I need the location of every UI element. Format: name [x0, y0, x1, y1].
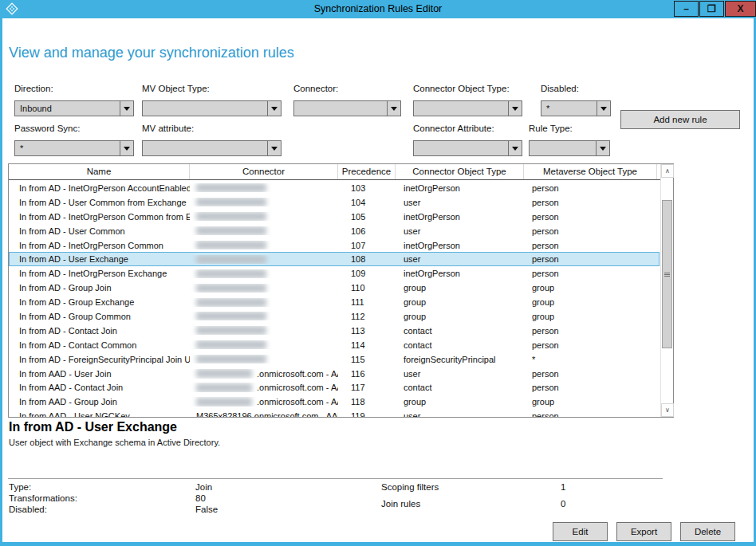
- connector-dropdown-value: [294, 101, 387, 116]
- table-row[interactable]: In from AD - Contact Common114contactper…: [9, 338, 660, 352]
- password-sync-dropdown[interactable]: *: [14, 140, 134, 156]
- connector-visible-text: M365x828196.onmicrosoft.com - AAD: [196, 411, 338, 417]
- rule-name: In from AD - User Exchange: [9, 254, 190, 264]
- connector-attribute-dropdown[interactable]: [413, 140, 522, 156]
- filter-connector: Connector:: [293, 84, 401, 116]
- table-row[interactable]: In from AD - Group Exchange111groupgroup: [9, 295, 660, 309]
- column-header-connector[interactable]: Connector: [190, 164, 338, 179]
- chevron-down-icon[interactable]: [596, 141, 609, 155]
- minimize-icon: –: [683, 3, 689, 14]
- connector-object-type-dropdown[interactable]: [413, 100, 522, 116]
- table-row[interactable]: In from AD - User Common from Exchange10…: [9, 195, 660, 210]
- delete-button[interactable]: Delete: [680, 522, 735, 541]
- table-row[interactable]: In from AD - User Exchange108userperson: [9, 252, 660, 266]
- table-row[interactable]: In from AD - Group Join110groupgroup: [9, 281, 660, 295]
- redacted-connector-text: [196, 312, 266, 320]
- redacted-connector-text: [196, 355, 266, 363]
- table-row[interactable]: In from AAD - Group Join.onmicrosoft.com…: [9, 395, 660, 409]
- chevron-down-icon[interactable]: [120, 141, 133, 155]
- redacted-connector-text: [196, 284, 266, 293]
- scoping-filters-value: 1: [561, 481, 565, 493]
- table-row[interactable]: In from AAD - Contact Join.onmicrosoft.c…: [9, 380, 660, 395]
- table-row[interactable]: In from AAD - User NGCKeyM365x828196.onm…: [9, 409, 660, 417]
- column-header-precedence[interactable]: Precedence: [338, 164, 396, 179]
- rule-connector: [190, 340, 338, 349]
- scrollbar-grip-icon: [664, 273, 670, 277]
- chevron-down-icon[interactable]: [267, 141, 281, 155]
- rule-type-dropdown[interactable]: [529, 140, 610, 156]
- table-row[interactable]: In from AAD - User Join.onmicrosoft.com …: [9, 367, 660, 381]
- rule-name: In from AD - Group Join: [9, 283, 190, 293]
- rule-connector-object-type: contact: [396, 326, 524, 336]
- redacted-connector-text: [196, 369, 252, 378]
- mv-object-type-dropdown[interactable]: [142, 100, 282, 116]
- rule-connector-object-type: inetOrgPerson: [396, 241, 524, 250]
- filter-password-sync: Password Sync: *: [14, 124, 134, 156]
- close-button[interactable]: X: [725, 1, 756, 17]
- window-border-left: [0, 18, 2, 546]
- rule-precedence: 117: [338, 383, 396, 392]
- table-row[interactable]: In from AD - Group Common112groupgroup: [9, 309, 660, 324]
- rule-metaverse-object-type: person: [524, 411, 657, 417]
- mv-attribute-dropdown[interactable]: [142, 140, 282, 156]
- type-label: Type:: [9, 481, 195, 493]
- join-rules-label: Join rules: [381, 498, 561, 509]
- close-icon: X: [737, 3, 743, 14]
- disabled-dropdown[interactable]: *: [541, 100, 611, 116]
- connector-attribute-dropdown-value: [414, 141, 508, 155]
- rules-table: Name Connector Precedence Connector Obje…: [8, 163, 674, 418]
- table-row[interactable]: In from AD - Contact Join113contactperso…: [9, 324, 660, 338]
- chevron-down-icon[interactable]: [120, 101, 133, 116]
- chevron-down-icon[interactable]: [267, 101, 281, 116]
- edit-button[interactable]: Edit: [553, 522, 608, 541]
- connector-dropdown[interactable]: [293, 100, 401, 116]
- rule-metaverse-object-type: person: [524, 383, 657, 392]
- chevron-down-icon[interactable]: [508, 141, 522, 155]
- table-row[interactable]: In from AD - ForeignSecurityPrincipal Jo…: [9, 352, 660, 367]
- column-header-connector-object-type[interactable]: Connector Object Type: [396, 164, 524, 179]
- rule-connector: [190, 241, 338, 249]
- rule-metaverse-object-type: group: [524, 397, 657, 407]
- chevron-down-icon[interactable]: [387, 101, 400, 116]
- connector-visible-text: .onmicrosoft.com - AAD: [257, 383, 338, 392]
- rule-name: In from AD - User Common: [9, 226, 190, 236]
- table-row[interactable]: In from AD - InetOrgPerson Common107inet…: [9, 238, 660, 253]
- table-row[interactable]: In from AD - InetOrgPerson Exchange109in…: [9, 266, 660, 281]
- rule-precedence: 112: [338, 312, 396, 321]
- rule-precedence: 118: [338, 397, 396, 407]
- column-header-name[interactable]: Name: [9, 164, 190, 179]
- rule-precedence: 113: [338, 326, 396, 336]
- transformations-value: 80: [195, 493, 218, 504]
- rule-connector: [190, 183, 338, 192]
- table-row[interactable]: In from AD - InetOrgPerson Common from E…: [9, 210, 660, 224]
- rule-precedence: 116: [338, 369, 396, 379]
- scrollbar-thumb[interactable]: [662, 200, 672, 348]
- table-scrollbar[interactable]: ∧ ∨: [660, 164, 673, 417]
- rule-name: In from AAD - User Join: [9, 369, 190, 379]
- rule-connector-object-type: user: [396, 411, 524, 417]
- redacted-connector-text: [196, 198, 266, 206]
- connector-visible-text: .onmicrosoft.com - AAD: [257, 397, 338, 407]
- table-row[interactable]: In from AD - InetOrgPerson AccountEnable…: [9, 181, 660, 195]
- scroll-down-icon[interactable]: ∨: [661, 403, 674, 417]
- add-new-rule-button[interactable]: Add new rule: [620, 110, 740, 129]
- rule-connector-object-type: inetOrgPerson: [396, 269, 524, 278]
- direction-dropdown[interactable]: Inbound: [14, 100, 134, 116]
- rule-connector: [190, 212, 338, 221]
- table-row[interactable]: In from AD - User Common106userperson: [9, 224, 660, 238]
- filter-disabled: Disabled: *: [541, 84, 611, 116]
- transformations-label: Transformations:: [9, 493, 195, 504]
- chevron-down-icon[interactable]: [597, 101, 610, 116]
- minimize-button[interactable]: –: [674, 1, 699, 17]
- maximize-button[interactable]: ❐: [699, 1, 724, 17]
- column-header-metaverse-object-type[interactable]: Metaverse Object Type: [524, 164, 657, 179]
- disabled-label: Disabled:: [9, 504, 195, 515]
- rule-connector-object-type: contact: [396, 383, 524, 392]
- details-properties-left: Type: Join Transformations: 80 Disabled:…: [9, 481, 218, 515]
- scroll-up-icon[interactable]: ∧: [661, 164, 674, 178]
- chevron-down-icon[interactable]: [508, 101, 522, 116]
- redacted-connector-text: [196, 255, 266, 264]
- export-button[interactable]: Export: [616, 522, 671, 541]
- rule-metaverse-object-type: person: [524, 212, 657, 222]
- rule-precedence: 103: [338, 183, 396, 193]
